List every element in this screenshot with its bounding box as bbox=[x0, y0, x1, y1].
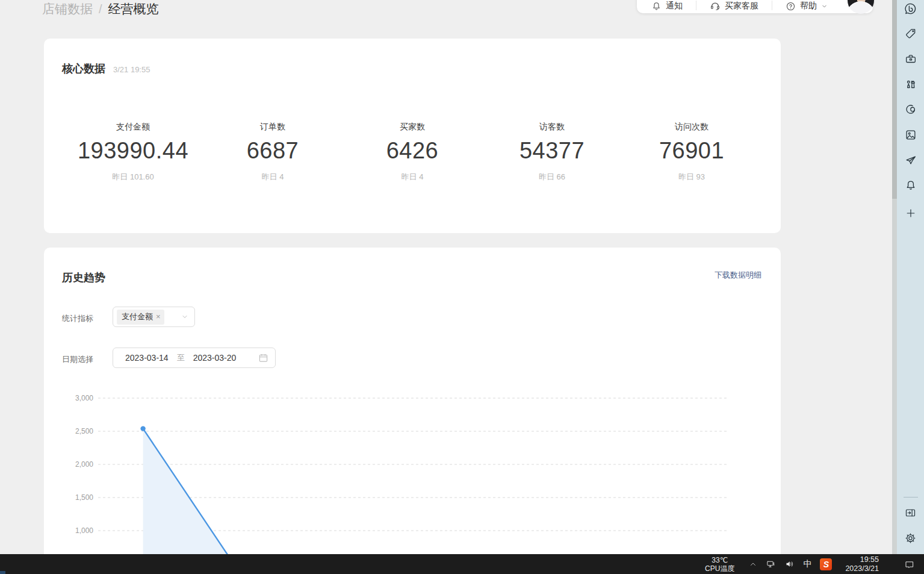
metric-value: 193990.44 bbox=[63, 138, 203, 164]
sogou-icon[interactable]: S bbox=[816, 554, 836, 574]
divider bbox=[772, 1, 772, 10]
core-data-card: 核心数据 3/21 19:55 支付金额 193990.44 昨日 101.60… bbox=[44, 39, 781, 233]
core-card-title: 核心数据 bbox=[62, 61, 105, 76]
metric-yesterday: 昨日 101.60 bbox=[63, 172, 203, 182]
metric-visitors: 访客数 54377 昨日 66 bbox=[482, 122, 622, 182]
metric-value: 76901 bbox=[622, 138, 761, 164]
designer-icon[interactable] bbox=[901, 99, 921, 120]
help-button[interactable]: 帮助 bbox=[786, 1, 828, 11]
metric-yesterday: 昨日 93 bbox=[622, 172, 761, 182]
image-tools-icon[interactable] bbox=[901, 125, 921, 145]
network-icon[interactable] bbox=[761, 554, 780, 574]
ime-indicator[interactable]: 中 bbox=[799, 554, 816, 574]
taskbar-date: 2023/3/21 bbox=[845, 564, 879, 573]
metric-filter-label: 统计指标 bbox=[62, 313, 93, 324]
notifications-button[interactable]: 通知 bbox=[651, 1, 683, 11]
divider bbox=[696, 1, 696, 10]
help-label: 帮助 bbox=[800, 1, 817, 11]
headset-icon bbox=[710, 1, 721, 11]
metric-label: 访问次数 bbox=[622, 122, 761, 133]
metric-yesterday: 昨日 4 bbox=[343, 172, 482, 182]
sidebar-notifications-icon[interactable] bbox=[901, 175, 921, 196]
vertical-scrollbar[interactable] bbox=[892, 0, 897, 554]
cpu-temp-value: 33℃ bbox=[705, 556, 734, 564]
header-actions-bar: 通知 买家客服 帮助 bbox=[637, 0, 873, 13]
metric-value: 6426 bbox=[343, 138, 482, 164]
browser-page: 店铺数据 / 经营概览 通知 买家客服 帮助 核心数据 3/21 19:55 支… bbox=[0, 0, 892, 554]
tray-chevron-up-icon[interactable] bbox=[745, 554, 761, 574]
start-button-fragment[interactable] bbox=[0, 571, 5, 574]
breadcrumb: 店铺数据 / 经营概览 bbox=[42, 1, 159, 17]
metric-select[interactable]: 支付金额 × bbox=[113, 307, 195, 327]
games-icon[interactable] bbox=[901, 74, 921, 95]
breadcrumb-separator: / bbox=[99, 2, 102, 16]
metric-payment-amount: 支付金额 193990.44 昨日 101.60 bbox=[63, 122, 203, 182]
taskbar: 33℃ CPU温度 中 S 19:55 2023/3/21 bbox=[0, 554, 924, 574]
selected-metric-label: 支付金额 bbox=[122, 311, 153, 322]
toolbox-icon[interactable] bbox=[901, 49, 921, 69]
customer-service-label: 买家客服 bbox=[725, 1, 758, 11]
core-card-timestamp: 3/21 19:55 bbox=[113, 65, 150, 74]
metric-label: 支付金额 bbox=[63, 122, 203, 133]
volume-icon[interactable] bbox=[780, 554, 799, 574]
sidebar-divider bbox=[904, 497, 918, 498]
metric-label: 访客数 bbox=[482, 122, 622, 133]
drop-icon[interactable] bbox=[901, 150, 921, 170]
date-range-picker[interactable]: 2023-03-14 至 2023-03-20 bbox=[113, 348, 276, 368]
date-end-input[interactable]: 2023-03-20 bbox=[193, 353, 237, 363]
metric-label: 买家数 bbox=[343, 122, 482, 133]
taskbar-time: 19:55 bbox=[845, 555, 879, 564]
calendar-icon[interactable] bbox=[259, 354, 268, 363]
metric-value: 6687 bbox=[203, 138, 343, 164]
trend-chart-svg bbox=[62, 388, 736, 554]
cpu-temp-widget[interactable]: 33℃ CPU温度 bbox=[701, 554, 739, 574]
settings-gear-icon[interactable] bbox=[901, 528, 921, 548]
metric-orders: 订单数 6687 昨日 4 bbox=[203, 122, 343, 182]
chevron-down-icon bbox=[181, 313, 188, 320]
page-title: 经营概览 bbox=[108, 1, 159, 17]
help-circle-icon bbox=[786, 1, 796, 11]
bing-chat-icon[interactable] bbox=[901, 0, 921, 19]
breadcrumb-parent[interactable]: 店铺数据 bbox=[42, 1, 93, 17]
metric-visits: 访问次数 76901 昨日 93 bbox=[622, 122, 761, 182]
metric-yesterday: 昨日 4 bbox=[203, 172, 343, 182]
sogou-letter: S bbox=[823, 560, 829, 569]
taskbar-clock[interactable]: 19:55 2023/3/21 bbox=[841, 554, 883, 574]
action-center-icon[interactable] bbox=[900, 554, 919, 574]
customer-service-button[interactable]: 买家客服 bbox=[710, 1, 758, 11]
scrollbar-thumb[interactable] bbox=[892, 0, 897, 199]
selected-metric-tag: 支付金额 × bbox=[117, 310, 164, 325]
metric-label: 订单数 bbox=[203, 122, 343, 133]
chevron-down-icon bbox=[821, 3, 828, 10]
date-to-label: 至 bbox=[177, 352, 185, 363]
cpu-temp-label: CPU温度 bbox=[705, 564, 734, 573]
date-start-input[interactable]: 2023-03-14 bbox=[125, 353, 169, 363]
chart-data-point bbox=[140, 426, 145, 431]
download-data-link[interactable]: 下载数据明细 bbox=[715, 270, 761, 281]
edge-sidebar bbox=[897, 0, 924, 554]
notifications-label: 通知 bbox=[666, 1, 683, 11]
add-sidebar-app-icon[interactable] bbox=[901, 203, 921, 223]
trend-card-title: 历史趋势 bbox=[62, 270, 105, 285]
metric-buyers: 买家数 6426 昨日 4 bbox=[343, 122, 482, 182]
tag-close-icon[interactable]: × bbox=[156, 313, 161, 320]
open-panel-icon[interactable] bbox=[901, 502, 921, 523]
bell-icon bbox=[651, 1, 662, 11]
date-filter-label: 日期选择 bbox=[62, 354, 93, 365]
metric-value: 54377 bbox=[482, 138, 622, 164]
metrics-row: 支付金额 193990.44 昨日 101.60 订单数 6687 昨日 4 买… bbox=[63, 122, 761, 182]
metric-yesterday: 昨日 66 bbox=[482, 172, 622, 182]
shopping-tag-icon[interactable] bbox=[901, 23, 921, 44]
